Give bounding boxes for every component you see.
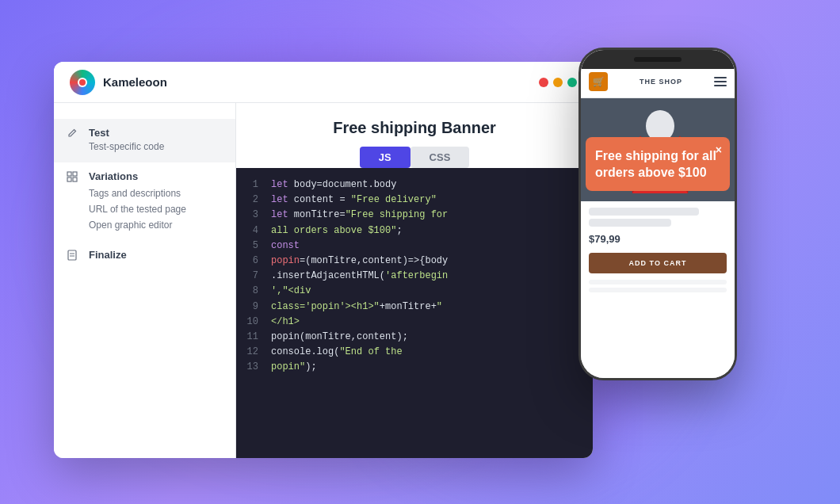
ln-5: 5 <box>236 239 258 254</box>
sidebar-subitem-tags[interactable]: Tags and descriptions <box>89 185 223 201</box>
pencil-icon <box>67 128 81 142</box>
ln-11: 11 <box>236 330 258 345</box>
logo-icon <box>70 70 95 95</box>
code-line-5: const <box>271 239 586 254</box>
menu-bar-2 <box>714 81 727 82</box>
code-line-8: ',"<div <box>271 284 586 299</box>
window-titlebar: Kameleoon <box>54 62 593 103</box>
code-line-1: let body=document.body <box>271 178 586 193</box>
popup-overlay: × Free shipping for all orders above $10… <box>586 137 730 191</box>
desktop-window: Kameleoon Test Test-specific code <box>54 62 593 458</box>
ln-2: 2 <box>236 193 258 208</box>
ln-9: 9 <box>236 300 258 315</box>
ln-10: 10 <box>236 315 258 330</box>
popup-text: Free shipping for all orders above $100 <box>595 148 720 181</box>
minimize-dot[interactable] <box>553 78 563 87</box>
phone-screen: 🛒 THE SHOP <box>581 50 735 378</box>
sidebar-item-test[interactable]: Test Test-specific code <box>54 119 235 162</box>
close-dot[interactable] <box>539 78 548 87</box>
phone-mockup: 🛒 THE SHOP <box>578 48 737 380</box>
menu-bar-3 <box>714 85 727 86</box>
brand-name: Kameleoon <box>103 75 167 89</box>
window-body: Test Test-specific code Variations <box>54 103 593 458</box>
code-line-4: all orders above $100"; <box>271 223 586 239</box>
code-line-10: </h1> <box>271 315 586 330</box>
sidebar-item-finalize[interactable]: Finalize <box>54 241 235 272</box>
ln-6: 6 <box>236 254 258 269</box>
grid-icon <box>67 171 81 185</box>
hamburger-icon[interactable] <box>714 77 727 86</box>
sidebar-variations-subitems: Tags and descriptions URL of the tested … <box>89 185 223 233</box>
bottom-line-2 <box>589 288 727 292</box>
code-line-2: let content = "Free delivery" <box>271 193 586 208</box>
sidebar-test-label: Test <box>89 127 223 139</box>
menu-bar-1 <box>714 77 727 78</box>
ln-3: 3 <box>236 208 258 223</box>
window-controls <box>539 78 577 87</box>
store-name: THE SHOP <box>640 78 682 86</box>
sidebar-finalize-content: Finalize <box>89 249 223 261</box>
sidebar: Test Test-specific code Variations <box>54 103 236 458</box>
phone-notch-bar <box>634 57 682 62</box>
bottom-line-1 <box>589 280 727 284</box>
store-icon: 🛒 <box>589 72 608 91</box>
sidebar-finalize-label: Finalize <box>89 249 223 261</box>
page-title: Free shipping Banner <box>236 103 593 147</box>
code-line-9: class='popin'><h1>"+monTitre+" <box>271 300 586 315</box>
document-icon <box>67 250 81 264</box>
bottom-decorations <box>589 280 727 292</box>
code-tabs: JS CSS <box>236 147 593 168</box>
sidebar-variations-label: Variations <box>89 170 223 182</box>
sidebar-subitem-graphic[interactable]: Open graphic editor <box>89 217 223 233</box>
sidebar-test-content: Test Test-specific code <box>89 127 223 155</box>
ln-7: 7 <box>236 269 258 284</box>
svg-rect-4 <box>68 250 76 260</box>
code-line-11: popin(monTitre,content); <box>271 330 586 345</box>
tab-js[interactable]: JS <box>360 147 410 168</box>
svg-rect-3 <box>73 178 77 181</box>
code-line-3: let monTitre="Free shipping for <box>271 208 586 223</box>
svg-rect-1 <box>73 172 77 176</box>
code-line-6: popin=(monTitre,content)=>{body <box>271 254 586 269</box>
product-name-line-2 <box>589 219 671 227</box>
sidebar-test-sublabel: Test-specific code <box>89 139 223 155</box>
code-line-7: .insertAdjacentHTML('afterbegin <box>271 269 586 284</box>
code-editor: 1 2 3 4 5 6 7 8 9 10 11 12 13 let body=d… <box>236 168 593 458</box>
svg-rect-0 <box>67 172 71 176</box>
svg-rect-2 <box>67 178 71 181</box>
ln-1: 1 <box>236 178 258 193</box>
product-name-line-1 <box>589 208 699 216</box>
maximize-dot[interactable] <box>567 78 577 87</box>
line-numbers: 1 2 3 4 5 6 7 8 9 10 11 12 13 <box>236 168 265 458</box>
popup-close-button[interactable]: × <box>716 143 722 156</box>
ln-12: 12 <box>236 345 258 360</box>
sidebar-item-variations[interactable]: Variations Tags and descriptions URL of … <box>54 162 235 241</box>
product-info: $79,99 ADD TO CART <box>581 201 735 378</box>
tab-css[interactable]: CSS <box>410 147 470 168</box>
sidebar-subitem-url[interactable]: URL of the tested page <box>89 201 223 217</box>
code-line-13: popin"); <box>271 360 586 375</box>
ln-4: 4 <box>236 223 258 239</box>
product-price: $79,99 <box>589 233 727 245</box>
add-to-cart-button[interactable]: ADD TO CART <box>589 253 727 273</box>
code-line-12: console.log("End of the <box>271 345 586 360</box>
phone-notch <box>581 50 735 69</box>
code-content[interactable]: let body=document.body let content = "Fr… <box>265 168 593 458</box>
main-content: Free shipping Banner JS CSS 1 2 3 4 5 6 … <box>236 103 593 458</box>
ln-13: 13 <box>236 360 258 375</box>
sidebar-variations-content: Variations Tags and descriptions URL of … <box>89 170 223 233</box>
ln-8: 8 <box>236 284 258 299</box>
